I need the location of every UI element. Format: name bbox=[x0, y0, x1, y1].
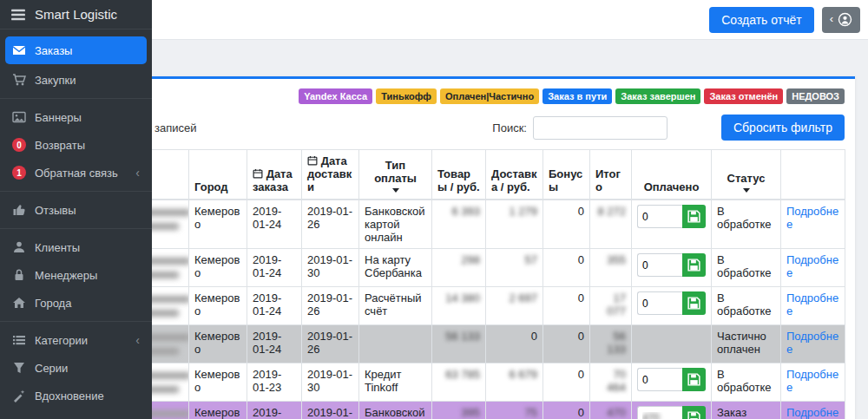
paid-cell bbox=[632, 287, 712, 325]
goods-amount: 6 393 bbox=[451, 205, 480, 218]
legend-badge: Заказ в пути bbox=[542, 88, 612, 104]
order-date-cell: 2019-01-23 bbox=[247, 363, 302, 402]
city-cell: Кемерово bbox=[189, 325, 247, 363]
paid-amount-input[interactable] bbox=[637, 368, 682, 391]
sort-caret-icon bbox=[392, 188, 399, 193]
delivery-amount: 1 279 bbox=[509, 205, 537, 218]
bonus-amount: 0 bbox=[578, 368, 584, 381]
brand[interactable]: Smart Logistic bbox=[0, 0, 152, 29]
goods-amount: 14 380 bbox=[445, 291, 480, 304]
sidebar-item-purchases[interactable]: Закупки bbox=[0, 66, 152, 94]
col-status[interactable]: Статус bbox=[712, 150, 781, 200]
save-paid-button[interactable] bbox=[682, 291, 706, 315]
paid-amount-input[interactable] bbox=[637, 291, 682, 315]
chevron-left-icon: ‹ bbox=[135, 167, 140, 179]
col-details bbox=[781, 150, 845, 200]
col-goods[interactable]: Товары / руб. bbox=[432, 150, 486, 200]
sidebar-item-banners[interactable]: Баннеры bbox=[0, 103, 152, 131]
save-paid-button[interactable] bbox=[682, 406, 706, 419]
hamburger-icon[interactable] bbox=[10, 7, 26, 23]
details-link[interactable]: Подробнее bbox=[786, 368, 838, 394]
records-label: записей bbox=[155, 121, 196, 134]
reset-filter-button[interactable]: Сбросить фильтр bbox=[721, 115, 845, 141]
save-paid-button[interactable] bbox=[682, 368, 706, 391]
delivery-amount: 0 bbox=[531, 330, 537, 343]
delivery-date-cell: 2019-01-26 bbox=[302, 287, 359, 325]
details-link[interactable]: Подробнее bbox=[786, 205, 838, 231]
list-icon bbox=[12, 333, 26, 347]
goods-amount: 395 bbox=[461, 406, 480, 419]
legend-badge: Заказ отменён bbox=[704, 88, 783, 104]
calendar-icon bbox=[253, 168, 263, 179]
sidebar-item-feedback[interactable]: 1 Обратная связь ‹ bbox=[0, 159, 152, 187]
payment-type-cell: Банковской картой онлайн bbox=[359, 402, 432, 419]
order-date-cell: 2019-01-24 bbox=[247, 287, 302, 325]
legend-badge: Заказ завершен bbox=[615, 88, 700, 104]
paid-cell: Оплачен: 23.01.2019 bbox=[632, 402, 712, 419]
legend-badge: Тинькофф bbox=[376, 88, 437, 104]
sidebar-item-categories[interactable]: Категории ‹ bbox=[0, 326, 152, 354]
col-bonuses[interactable]: Бонусы bbox=[543, 150, 590, 200]
create-report-button[interactable]: Создать отчёт bbox=[709, 7, 813, 33]
search-input[interactable] bbox=[533, 116, 667, 140]
details-link[interactable]: Подробнее bbox=[786, 406, 838, 419]
paid-cell bbox=[632, 249, 712, 287]
nav-divider bbox=[0, 321, 152, 322]
sidebar-item-managers[interactable]: Менеджеры bbox=[0, 261, 152, 289]
details-link[interactable]: Подробнее bbox=[786, 291, 838, 318]
col-paid[interactable]: Оплачено bbox=[632, 150, 712, 200]
col-order-date[interactable]: Дата заказа bbox=[247, 150, 302, 200]
status-cell: В обработке bbox=[712, 249, 781, 287]
order-date-cell: 2019-01-24 bbox=[247, 249, 302, 287]
paid-cell bbox=[632, 363, 712, 402]
chevron-left-icon: ‹ bbox=[830, 13, 833, 24]
brand-title: Smart Logistic bbox=[35, 7, 117, 22]
funnel-icon bbox=[12, 361, 26, 375]
details-link[interactable]: Подробнее bbox=[786, 253, 838, 279]
bonus-amount: 0 bbox=[578, 406, 584, 419]
legend-badge: НЕДОВОЗ bbox=[786, 88, 845, 104]
city-cell: Кемерово bbox=[189, 249, 247, 287]
order-date-cell: 2019-01-24 bbox=[247, 200, 302, 249]
save-paid-button[interactable] bbox=[682, 205, 706, 228]
home-icon bbox=[12, 296, 26, 310]
person-circle-icon bbox=[838, 12, 852, 27]
order-date-cell: 2019-01-23 bbox=[247, 402, 302, 419]
col-city[interactable]: Город bbox=[189, 150, 247, 200]
sidebar-item-returns[interactable]: 0 Возвраты bbox=[0, 131, 152, 159]
delivery-amount: 6 679 bbox=[509, 368, 537, 381]
image-icon bbox=[12, 110, 26, 124]
sidebar-item-clients[interactable]: Клиенты bbox=[0, 233, 152, 261]
envelope-icon bbox=[12, 43, 26, 57]
payment-type-cell: Расчётный счёт bbox=[359, 287, 432, 325]
sidebar-item-inspiration[interactable]: Вдохновение bbox=[0, 382, 152, 409]
details-link[interactable]: Подробнее bbox=[786, 330, 838, 356]
paid-amount-input[interactable] bbox=[637, 406, 682, 419]
paid-amount-input[interactable] bbox=[637, 205, 682, 228]
paid-amount-input[interactable] bbox=[637, 253, 682, 277]
payment-type-cell: На карту Сбербанка bbox=[359, 249, 432, 287]
sidebar-nav: Заказы Закупки Баннеры 0 Возвраты 1 Обра… bbox=[0, 29, 152, 409]
paid-cell bbox=[632, 200, 712, 249]
sidebar-item-reviews[interactable]: Отзывы bbox=[0, 196, 152, 224]
sidebar-item-cities[interactable]: Города bbox=[0, 289, 152, 317]
city-cell: Кемерово bbox=[189, 363, 247, 402]
col-payment-type[interactable]: Тип оплаты bbox=[359, 150, 432, 200]
user-icon bbox=[12, 240, 26, 254]
col-delivery-date[interactable]: Дата доставки bbox=[302, 150, 359, 200]
city-cell: Кемерово bbox=[189, 200, 247, 249]
sidebar-item-orders[interactable]: Заказы bbox=[5, 36, 147, 64]
col-total[interactable]: Итого bbox=[590, 150, 632, 200]
col-delivery-cost[interactable]: Доставка / руб. bbox=[486, 150, 543, 200]
sidebar-item-series[interactable]: Серии bbox=[0, 354, 152, 382]
legend-badge: Оплачен|Частично bbox=[440, 88, 539, 104]
user-menu-button[interactable]: ‹ bbox=[822, 7, 860, 33]
count-badge: 0 bbox=[12, 138, 26, 152]
save-paid-button[interactable] bbox=[682, 253, 706, 277]
count-badge: 1 bbox=[12, 166, 26, 180]
total-amount: 17 077 bbox=[607, 291, 626, 318]
cart-icon bbox=[12, 73, 26, 87]
thumbs-up-icon bbox=[12, 203, 26, 217]
lock-icon bbox=[12, 268, 26, 282]
wand-icon bbox=[12, 389, 26, 403]
